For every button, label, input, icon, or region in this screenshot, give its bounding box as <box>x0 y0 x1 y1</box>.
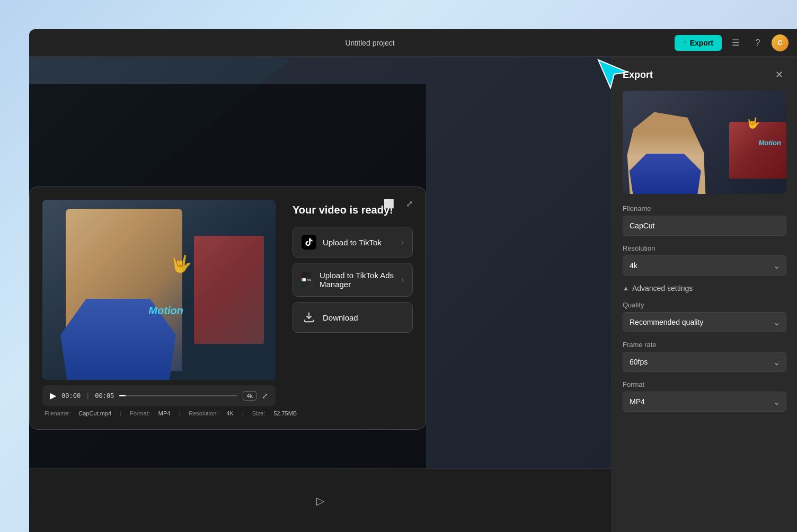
timeline-area: ▷ <box>29 468 612 532</box>
video-frame: Motion 🤟 <box>42 200 276 380</box>
caption-icon-button[interactable]: ⬜ <box>381 196 397 211</box>
upload-tiktok-ads-action[interactable]: Ads Upload to TikTok Ads Manager › <box>293 263 413 297</box>
tiktok-arrow-icon: › <box>401 237 404 247</box>
framerate-select[interactable]: 60fps <box>623 352 786 372</box>
help-icon-button[interactable]: ? <box>749 34 766 51</box>
modal-top-icons: ⬜ ⤢ <box>381 196 417 211</box>
video-motion-text: Motion <box>148 305 183 317</box>
framerate-select-wrapper: 60fps <box>623 352 786 372</box>
format-select-wrapper: MP4 <box>623 392 786 412</box>
svg-text:Ads: Ads <box>307 279 312 281</box>
video-hand-emoji: 🤟 <box>171 254 192 274</box>
format-select[interactable]: MP4 <box>623 392 786 412</box>
fullscreen-button[interactable]: ⤢ <box>262 392 268 400</box>
video-ready-modal: ⬜ ⤢ <box>29 187 426 430</box>
resolution-field-label: Resolution <box>623 244 786 252</box>
close-icon: ✕ <box>775 69 783 81</box>
download-icon <box>302 310 316 325</box>
upload-icon: ↑ <box>683 39 687 47</box>
chevron-up-icon: ▲ <box>623 285 629 292</box>
quality-badge-button[interactable]: 4k <box>243 391 256 401</box>
advanced-settings-label: Advanced settings <box>632 284 693 292</box>
format-label: Format: <box>130 410 150 416</box>
progress-fill <box>119 395 125 396</box>
resolution-field-group: Resolution 4k <box>623 244 786 276</box>
layers-icon-button[interactable]: ☰ <box>727 34 744 51</box>
project-title: Untitled project <box>345 39 394 47</box>
format-value: MP4 <box>158 410 171 416</box>
export-button[interactable]: ↑ Export <box>675 35 722 51</box>
advanced-settings-toggle[interactable]: ▲ Advanced settings <box>623 284 786 292</box>
play-button[interactable]: ▶ <box>50 391 56 401</box>
export-panel-title: Export <box>623 69 653 81</box>
video-meta: Filename: CapCut.mp4 | Format: MP4 | <box>42 410 276 416</box>
modal-overlay: ⬜ ⤢ <box>29 84 426 532</box>
filename-value: CapCut.mp4 <box>78 410 111 416</box>
top-bar-actions: ↑ Export ☰ ? C <box>675 34 789 51</box>
video-controls: ▶ 00:00 | 00:05 4k ⤢ <box>42 385 276 406</box>
quality-select[interactable]: Recommended quality <box>623 312 786 332</box>
svg-rect-2 <box>303 278 306 281</box>
filename-label: Filename: <box>45 410 70 416</box>
thumb-motion-text: Motion <box>758 138 781 146</box>
format-field-label: Format <box>623 380 786 388</box>
download-action[interactable]: Download <box>293 302 413 333</box>
current-time: 00:00 <box>61 392 81 400</box>
upload-tiktok-label: Upload to TikTok <box>323 238 382 247</box>
duration-time: 00:05 <box>95 392 114 400</box>
filename-field-label: Filename <box>623 205 786 212</box>
timeline-play-button[interactable]: ▷ <box>316 494 324 507</box>
upload-tiktok-ads-label: Upload to TikTok Ads Manager <box>320 271 401 289</box>
size-label: Size: <box>252 410 265 416</box>
format-field-group: Format MP4 <box>623 380 786 412</box>
resolution-select-wrapper: 4k <box>623 255 786 276</box>
filename-input[interactable] <box>623 216 786 236</box>
progress-bar[interactable] <box>119 395 237 396</box>
tiktok-ads-icon: Ads <box>302 272 313 287</box>
avatar-initials: C <box>778 39 783 47</box>
quality-field-label: Quality <box>623 301 786 309</box>
thumb-hand-emoji: 🤟 <box>747 117 760 129</box>
framerate-field-label: Frame rate <box>623 341 786 349</box>
timeline-play-icon: ▷ <box>316 495 324 507</box>
app-window: Untitled project ↑ Export ☰ ? C <box>29 29 797 532</box>
filename-field-group: Filename <box>623 205 786 236</box>
tiktok-icon <box>302 235 316 250</box>
quality-select-wrapper: Recommended quality <box>623 312 786 332</box>
thumb-inner: Motion 🤟 <box>623 91 786 194</box>
fullscreen-icon-button[interactable]: ⤢ <box>401 196 417 211</box>
resolution-select[interactable]: 4k <box>623 255 786 276</box>
video-preview-area: Motion 🤟 ▶ 00:00 <box>42 200 276 416</box>
resolution-value: 4K <box>226 410 233 416</box>
export-panel-header: Export ✕ <box>623 67 786 82</box>
actions-panel: Your video is ready! <box>293 200 413 416</box>
quality-field-group: Quality Recommended quality <box>623 301 786 332</box>
content-area: ⬜ ⤢ <box>29 57 797 532</box>
download-label: Download <box>323 313 358 322</box>
top-bar: Untitled project ↑ Export ☰ ? C <box>29 29 797 57</box>
export-preview-thumbnail: Motion 🤟 <box>623 91 786 194</box>
tiktok-ads-arrow-icon: › <box>401 275 404 285</box>
modal-content: Motion 🤟 ▶ 00:00 <box>42 200 413 416</box>
export-panel-close-button[interactable]: ✕ <box>772 67 786 82</box>
export-panel: Export ✕ Mo <box>612 57 797 532</box>
upload-tiktok-action[interactable]: Upload to TikTok › <box>293 227 413 258</box>
resolution-label: Resolution: <box>189 410 218 416</box>
avatar-button[interactable]: C <box>772 34 789 51</box>
main-area: ⬜ ⤢ <box>29 57 612 532</box>
framerate-field-group: Frame rate 60fps <box>623 341 786 372</box>
